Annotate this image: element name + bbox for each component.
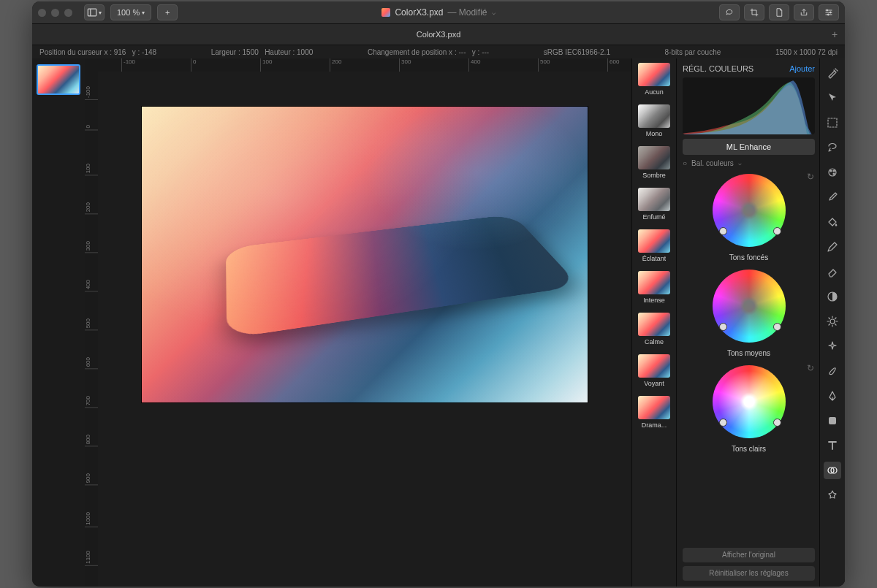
preset-thumbnail [638,63,670,86]
gradient-icon[interactable] [824,288,841,305]
shape-icon[interactable] [824,412,841,429]
add-button[interactable]: + [157,4,178,20]
color-profile: sRGB IEC61966-2.1 [536,48,618,56]
wheel-knob-right[interactable] [773,323,781,331]
color-wheel-group: Tons moyens [683,266,815,357]
color-adjust-icon[interactable] [824,462,841,479]
arrow-icon[interactable] [824,89,841,107]
ruler-tick: 1100 [85,551,98,566]
preset-mono[interactable]: Mono [632,100,676,142]
preset-sombre[interactable]: Sombre [632,142,676,183]
preset-label: Voyant [644,380,664,387]
minimize-dot[interactable] [51,9,59,17]
crop-tool-button[interactable] [744,4,764,20]
tab[interactable]: ColorX3.pxd [417,30,461,39]
image-size: Largeur : 1500 Hauteur : 1000 [204,48,321,56]
page-setup-button[interactable] [769,4,789,20]
ruler-tick: -100 [121,58,135,72]
preset-label: Enfumé [642,213,665,221]
ruler-vertical: -100010020030040050060070080090010001100 [85,72,99,587]
app-window: ▾ 100 %▾ + ColorX3.pxd — Modifié ⌵ Color… [32,1,845,587]
bit-depth: 8-bits par couche [658,48,729,56]
ruler-tick: 500 [538,58,550,72]
eraser-icon[interactable] [824,263,841,280]
ruler-tick: 100 [85,164,98,175]
color-wheel[interactable] [709,266,789,346]
ruler-tick: 1000 [85,512,98,527]
wheel-knob-right[interactable] [773,227,781,235]
ml-enhance-button[interactable]: ML Enhance [683,139,815,155]
ruler-tick: 0 [85,125,98,130]
effects-icon[interactable] [824,486,841,504]
ruler-tick: 500 [85,318,98,330]
svg-point-3 [829,12,831,13]
brush-icon[interactable] [824,188,841,206]
color-wheel[interactable]: ↻ [709,170,789,251]
ruler-tick: 900 [85,473,98,485]
svg-point-9 [833,173,835,175]
zoom-dot[interactable] [64,9,72,17]
preset-label: Drama... [642,421,667,429]
preset-calme[interactable]: Calme [632,308,676,350]
color-wheel[interactable]: ↻ [709,362,789,442]
wheel-knob-left[interactable] [719,419,727,427]
reset-wheel-icon[interactable]: ↻ [807,172,814,182]
preset-label: Éclatant [642,255,667,262]
preset-aucun[interactable]: Aucun [632,58,676,100]
preset-thumbnail [638,313,670,336]
lasso-tool-button[interactable] [719,4,740,20]
preset-intense[interactable]: Intense [632,267,676,308]
canvas-image [142,107,588,402]
sliders-button[interactable] [819,4,839,20]
add-adjustment-button[interactable]: Ajouter [789,64,815,73]
svg-point-7 [830,170,832,172]
lasso-free-icon[interactable] [824,139,841,156]
preset-label: Sombre [642,172,666,179]
cursor-position: Position du curseur x : 916 y : -148 [32,48,164,56]
canvas-area[interactable] [98,72,631,587]
pencil-icon[interactable] [824,238,841,256]
paint-icon[interactable] [824,164,841,181]
ruler-tick: 200 [85,202,98,214]
window-controls [38,9,72,17]
wheel-knob-left[interactable] [719,323,727,331]
zoom-select[interactable]: 100 %▾ [110,4,151,20]
svg-rect-5 [828,118,837,127]
light-icon[interactable] [824,313,841,330]
preset-thumbnail [638,271,670,294]
color-wheel-group: ↻Tons foncés [683,170,815,261]
preset-drama...[interactable]: Drama... [632,392,676,433]
reset-adjustments-button[interactable]: Réinitialiser les réglages [683,566,815,581]
bucket-icon[interactable] [824,213,841,231]
preset-enfumé[interactable]: Enfumé [632,183,676,225]
wheel-knob-left[interactable] [719,227,727,235]
preset-éclatant[interactable]: Éclatant [632,225,676,267]
text-icon[interactable] [824,437,841,454]
ruler-tick: 600 [607,58,619,72]
layer-thumbnail[interactable] [37,64,80,95]
sidebar-toggle-button[interactable]: ▾ [84,4,105,20]
sparkle-icon[interactable] [824,337,841,355]
smudge-icon[interactable] [824,362,841,380]
marquee-icon[interactable] [824,114,841,131]
reset-wheel-icon[interactable]: ↻ [807,363,814,373]
color-balance-section[interactable]: ○ Bal. couleurs⌵ [683,159,815,167]
preset-thumbnail [638,229,670,253]
ruler-tick: -100 [85,86,98,100]
image-dimensions: 1500 x 1000 72 dpi [768,48,845,56]
show-original-button[interactable]: Afficher l'original [683,548,815,562]
close-dot[interactable] [38,9,46,17]
pen-icon[interactable] [824,387,841,405]
right-panels: AucunMonoSombreEnfuméÉclatantIntenseCalm… [631,58,845,587]
document-icon [381,8,390,17]
ruler-tick: 400 [468,58,480,72]
wand-icon[interactable] [824,64,841,82]
preset-label: Mono [646,130,663,137]
wheel-knob-right[interactable] [773,419,781,427]
share-button[interactable] [794,4,814,20]
ruler-tick: 300 [85,241,98,253]
new-tab-button[interactable]: + [829,28,840,40]
ruler-horizontal: -1000100200300400500600 [85,58,631,72]
preset-voyant[interactable]: Voyant [632,350,676,392]
preset-label: Intense [643,297,665,304]
